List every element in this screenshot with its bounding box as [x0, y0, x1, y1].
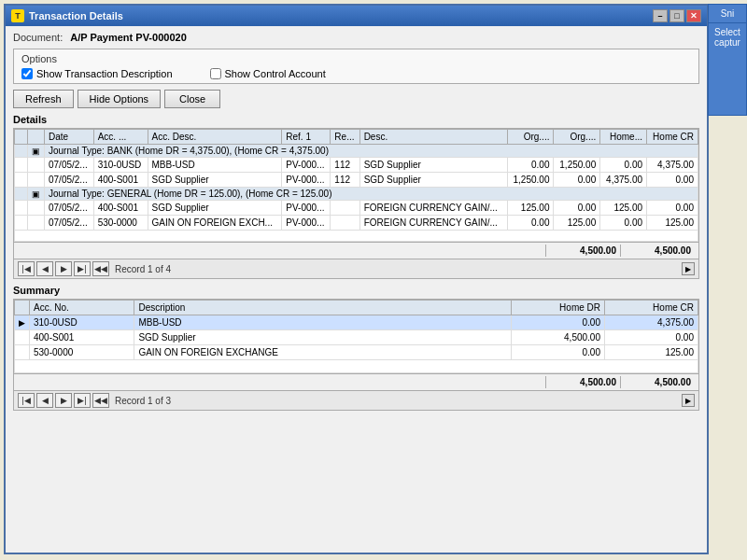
details-total-cr: 4,500.00 [620, 245, 695, 257]
sth-home-cr: Home CR [605, 301, 698, 315]
details-nav-extra[interactable]: ◀◀ [92, 261, 109, 276]
toolbar: Refresh Hide Options Close [13, 90, 699, 108]
close-button[interactable]: Close [164, 90, 220, 108]
sth-acc-no: Acc. No. [30, 301, 134, 315]
refresh-button[interactable]: Refresh [13, 90, 74, 108]
summary-totals-bar: 4,500.00 4,500.00 [13, 374, 699, 391]
main-content: Document: A/P Payment PV-000020 Options … [6, 26, 707, 553]
details-row-1[interactable]: 07/05/2... 310-0USD MBB-USD PV-000... 11… [15, 158, 698, 173]
details-row-2[interactable]: 07/05/2... 400-S001 SGD Supplier PV-000.… [15, 173, 698, 188]
summary-row-2[interactable]: 400-S001 SGD Supplier 4,500.00 0.00 [15, 330, 698, 345]
summary-nav-prev[interactable]: ◀ [36, 393, 53, 408]
show-transaction-desc-label[interactable]: Show Transaction Description [21, 68, 173, 79]
details-table: Date Acc. ... Acc. Desc. Ref. 1 Re... De… [14, 129, 698, 242]
details-header-row: Date Acc. ... Acc. Desc. Ref. 1 Re... De… [15, 130, 698, 145]
options-row: Show Transaction Description Show Contro… [21, 68, 691, 79]
details-nav-bar: |◀ ◀ ▶ ▶| ◀◀ Record 1 of 4 ▶ [13, 259, 699, 279]
details-area: Details Date Acc. ... Acc. Desc. Ref. 1 … [13, 114, 699, 279]
summary-area: Summary Acc. No. Description Home DR Hom… [13, 285, 699, 411]
th-ref: Ref. 1 [282, 130, 331, 145]
details-row-3[interactable]: 07/05/2... 400-S001 SGD Supplier PV-000.… [15, 201, 698, 216]
details-nav-scroll-right[interactable]: ▶ [682, 262, 695, 275]
summary-total-dr: 4,500.00 [545, 376, 620, 388]
sth-indicator [15, 301, 30, 315]
window-icon: T [11, 9, 24, 22]
details-nav-next[interactable]: ▶ [55, 261, 72, 276]
summary-nav-next[interactable]: ▶ [55, 393, 72, 408]
options-panel: Options Show Transaction Description Sho… [13, 49, 699, 84]
minimize-button[interactable]: – [653, 9, 668, 22]
document-value: A/P Payment PV-000020 [70, 32, 187, 43]
th-acc: Acc. ... [93, 130, 148, 145]
side-panel: Sni Selectcaptur [708, 4, 747, 116]
options-title: Options [21, 53, 691, 64]
details-nav-last[interactable]: ▶| [74, 261, 91, 276]
side-panel-text: Selectcaptur [709, 23, 746, 51]
side-panel-title: Sni [709, 5, 746, 23]
th-re: Re... [331, 130, 359, 145]
th-icon [28, 130, 45, 145]
summary-nav-extra[interactable]: ◀◀ [92, 393, 109, 408]
th-acc-desc: Acc. Desc. [148, 130, 282, 145]
th-home-dr: Home... [600, 130, 647, 145]
summary-empty-row [15, 360, 698, 373]
summary-total-cr: 4,500.00 [620, 376, 695, 388]
th-org1: Org.... [507, 130, 554, 145]
details-total-dr: 4,500.00 [545, 245, 620, 257]
details-nav-prev[interactable]: ◀ [36, 261, 53, 276]
document-label: Document: [13, 32, 63, 43]
show-transaction-desc-text: Show Transaction Description [36, 68, 173, 79]
summary-table: Acc. No. Description Home DR Home CR ▶ 3… [14, 300, 698, 373]
details-row-4[interactable]: 07/05/2... 530-0000 GAIN ON FOREIGN EXCH… [15, 216, 698, 231]
show-transaction-desc-checkbox[interactable] [21, 68, 33, 79]
th-home-cr: Home CR [647, 130, 698, 145]
details-nav-label: Record 1 of 4 [115, 264, 171, 274]
journal-group-2: ▣ Journal Type: GENERAL (Home DR = 125.0… [15, 188, 698, 201]
summary-row-1[interactable]: ▶ 310-0USD MBB-USD 0.00 4,375.00 [15, 315, 698, 330]
sth-description: Description [134, 301, 512, 315]
summary-nav-first[interactable]: |◀ [18, 393, 35, 408]
journal1-label: Journal Type: BANK (Home DR = 4,375.00),… [45, 145, 698, 158]
th-indicator [15, 130, 28, 145]
titlebar: T Transaction Details – □ ✕ [6, 6, 707, 26]
window-title: Transaction Details [29, 10, 123, 21]
th-date: Date [45, 130, 94, 145]
close-window-button[interactable]: ✕ [686, 9, 701, 22]
th-org2: Org.... [554, 130, 600, 145]
journal2-label: Journal Type: GENERAL (Home DR = 125.00)… [45, 188, 698, 201]
summary-nav-last[interactable]: ▶| [74, 393, 91, 408]
summary-title: Summary [13, 285, 699, 296]
main-window: T Transaction Details – □ ✕ Document: A/… [4, 4, 709, 554]
document-row: Document: A/P Payment PV-000020 [13, 32, 699, 43]
titlebar-controls: – □ ✕ [653, 9, 701, 22]
summary-nav-bar: |◀ ◀ ▶ ▶| ◀◀ Record 1 of 3 ▶ [13, 391, 699, 411]
summary-header-row: Acc. No. Description Home DR Home CR [15, 301, 698, 315]
hide-options-button[interactable]: Hide Options [78, 90, 162, 108]
show-control-account-text: Show Control Account [225, 68, 326, 79]
details-table-container: Date Acc. ... Acc. Desc. Ref. 1 Re... De… [13, 128, 699, 243]
show-control-account-label[interactable]: Show Control Account [210, 68, 326, 79]
details-nav-first[interactable]: |◀ [18, 261, 35, 276]
details-title: Details [13, 114, 699, 125]
summary-nav-scroll-right[interactable]: ▶ [682, 394, 695, 407]
journal-group-1: ▣ Journal Type: BANK (Home DR = 4,375.00… [15, 145, 698, 158]
details-totals-bar: 4,500.00 4,500.00 [13, 243, 699, 259]
summary-nav-label: Record 1 of 3 [115, 396, 171, 406]
summary-row-3[interactable]: 530-0000 GAIN ON FOREIGN EXCHANGE 0.00 1… [15, 345, 698, 360]
summary-table-container: Acc. No. Description Home DR Home CR ▶ 3… [13, 299, 699, 374]
details-empty-row [15, 231, 698, 242]
show-control-account-checkbox[interactable] [210, 68, 221, 79]
th-desc: Desc. [359, 130, 507, 145]
maximize-button[interactable]: □ [669, 9, 684, 22]
sth-home-dr: Home DR [512, 301, 605, 315]
